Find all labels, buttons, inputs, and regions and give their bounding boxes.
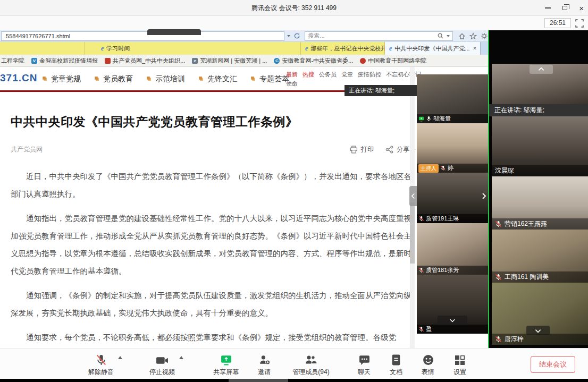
fullscreen-icon[interactable] — [575, 19, 584, 28]
video-label: 营销162王露露 — [492, 218, 588, 230]
minimize-icon[interactable] — [545, 7, 551, 9]
print-label[interactable]: 打印 — [361, 145, 374, 154]
mic-muted-icon — [418, 267, 424, 273]
inner-strip-next-button[interactable] — [480, 188, 488, 204]
search-dropdown-icon[interactable] — [447, 35, 450, 37]
nav-item[interactable]: 党章党规 — [43, 74, 81, 84]
settings-grid-icon — [434, 352, 485, 366]
participant-name: 邬海量 — [433, 115, 451, 123]
panel-collapse-button[interactable] — [526, 326, 550, 335]
bookmark-favicon — [360, 58, 366, 64]
hot-word[interactable]: 热搜 — [303, 71, 314, 78]
bookmark-favicon: V — [31, 58, 37, 64]
browser-url-row: .558449177626771.shtml 搜索... — [0, 30, 488, 42]
video-tile-shenchenchen[interactable]: 沈晨琛 — [492, 116, 588, 176]
bookmark-item[interactable]: 中国教育干部网络学院 — [360, 57, 426, 65]
hot-word[interactable]: 公务员 — [319, 71, 337, 78]
video-tile-tangchunzi[interactable]: 唐淳梓 — [492, 283, 588, 345]
tab-partial[interactable] — [0, 42, 85, 55]
tab-close-icon[interactable]: × — [470, 45, 477, 52]
tab-label: 学习时间 — [106, 45, 130, 53]
mic-muted-icon — [75, 352, 127, 366]
bookmark-item[interactable]: 工程学院 — [1, 57, 24, 65]
video-tile-ying[interactable]: 盈 — [417, 275, 488, 334]
search-input[interactable]: 搜索... — [305, 31, 453, 41]
bookmark-item[interactable]: V金智高校新冠疫情填报 — [31, 57, 98, 65]
share-icon[interactable] — [385, 146, 393, 154]
video-tile-wanglulu[interactable]: 营销162王露露 — [492, 176, 588, 230]
panel-expand-button[interactable] — [530, 65, 553, 74]
video-options-caret[interactable] — [179, 356, 183, 359]
mic-muted-icon — [418, 216, 424, 222]
home-icon[interactable] — [458, 32, 466, 40]
chevron-left-icon — [411, 192, 416, 200]
video-tile-wuhailiang[interactable]: 邬海量 — [417, 74, 488, 123]
meeting-timer: 26:51 — [544, 18, 571, 28]
speaking-banner: 正在讲话: 邬海量; — [489, 104, 588, 116]
refresh-icon[interactable] — [293, 32, 300, 39]
video-label: 质管191王琳 — [417, 214, 488, 223]
meeting-toolbar: 解除静音 停止视频 共享屏幕 邀请 管理成员(94) — [0, 348, 588, 379]
hot-word[interactable]: 最新 — [286, 71, 298, 78]
gear-icon[interactable] — [481, 32, 488, 40]
article: 中共中央印发《中国共产党党员教育管理工作条例》 共产党员网 打印 分享 近日，中… — [11, 114, 416, 348]
manage-members-button[interactable]: 管理成员(94) — [285, 352, 337, 377]
share-border — [488, 30, 489, 348]
page-scrollbar-thumb[interactable] — [410, 202, 415, 264]
end-meeting-button[interactable]: 结束会议 — [531, 356, 575, 373]
hot-word[interactable]: 党章 — [341, 71, 353, 78]
url-field[interactable]: .558449177626771.shtml — [1, 31, 284, 41]
restore-icon[interactable] — [562, 6, 567, 10]
share-label[interactable]: 分享 — [397, 145, 409, 154]
video-tile-partial[interactable] — [492, 64, 588, 104]
url-dropdown-icon[interactable] — [287, 35, 290, 37]
mic-options-caret[interactable] — [118, 356, 122, 359]
bookmark-label: 芜湖新闻网 | 安徽芜湖 | ... — [200, 57, 267, 65]
video-label: 盈 — [417, 325, 488, 334]
tab-those-years[interactable]: e 那些年，总书记在中央党校开... — [301, 42, 385, 55]
star-icon[interactable] — [469, 32, 477, 40]
nav-item[interactable]: 专题荟萃 — [251, 74, 289, 84]
tab-label: 中共中央印发《中国共产党... — [394, 45, 469, 53]
nav-item[interactable]: 示范培训 — [147, 74, 185, 84]
video-tile-taoxunmei[interactable]: 工商161 陶训美 — [492, 230, 588, 283]
tab-study-time[interactable]: e 学习时间 — [85, 42, 301, 55]
bookmark-item[interactable]: e芜湖新闻网 | 安徽芜湖 | ... — [192, 57, 267, 65]
invite-button[interactable]: 邀请 — [239, 352, 290, 377]
video-label: 主持人 婷 — [417, 164, 488, 173]
nav-item[interactable]: 先锋文汇 — [199, 74, 237, 84]
manage-members-label: 管理成员(94) — [285, 368, 337, 377]
participant-name: 唐淳梓 — [505, 335, 524, 344]
window-title: 腾讯会议 会议号: 352 911 499 — [0, 4, 588, 13]
article-title: 中共中央印发《中国共产党党员教育管理工作条例》 — [11, 114, 416, 130]
nav-item[interactable]: 党员教育 — [95, 74, 133, 84]
bookmark-favicon — [105, 58, 111, 64]
video-tile-host[interactable]: 主持人 婷 — [417, 123, 488, 173]
close-icon[interactable]: × — [579, 4, 584, 12]
tab-active-article[interactable]: e 中共中央印发《中国共产党... × — [385, 42, 481, 55]
nav-label: 党员教育 — [103, 74, 133, 84]
chevron-up-icon — [537, 66, 545, 72]
floating-bar-remnant — [147, 29, 201, 35]
video-tile-wanglin[interactable]: 质管191王琳 — [417, 173, 488, 223]
inner-strip-prev-button[interactable] — [409, 186, 417, 206]
inner-strip-collapse-button[interactable] — [438, 316, 467, 325]
ie-favicon: e — [389, 45, 392, 53]
bookmark-favicon: e — [192, 58, 198, 64]
hot-word[interactable]: 疫情防控 — [358, 71, 381, 78]
bookmark-item[interactable]: C安徽教育网-中共安徽省委... — [274, 57, 353, 65]
participant-name: 工商161 陶训美 — [505, 273, 549, 282]
settings-button[interactable]: 设置 — [434, 352, 485, 377]
print-icon[interactable] — [350, 146, 358, 154]
video-tile-zhangfang[interactable]: 质管181张芳 — [417, 223, 488, 275]
browser-chrome-icons — [458, 32, 488, 40]
participant-name: 盈 — [426, 325, 432, 333]
bookmark-item[interactable]: 共产党员网_中共中央组织... — [105, 57, 185, 65]
url-buttons — [287, 32, 300, 39]
site-logo[interactable]: 371.CN — [0, 72, 37, 84]
nav-label: 党章党规 — [51, 74, 81, 84]
meeting-topbar: 26:51 — [0, 16, 588, 30]
nav-label: 示范培训 — [155, 74, 185, 84]
search-icon[interactable] — [437, 32, 444, 39]
ie-favicon: e — [101, 45, 104, 53]
